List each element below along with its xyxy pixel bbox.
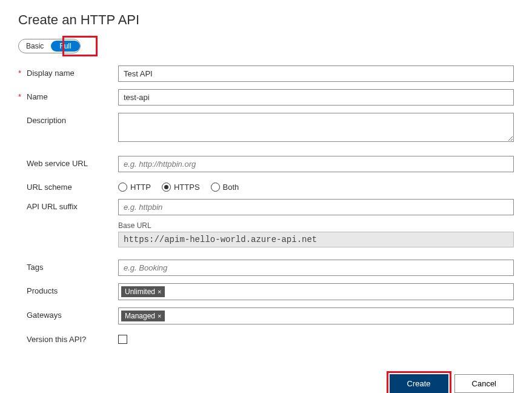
products-input[interactable]: Unlimited × — [118, 283, 514, 300]
radio-http-label: HTTP — [130, 183, 151, 192]
products-label: Products — [27, 286, 58, 295]
toggle-full[interactable]: Full — [51, 41, 79, 52]
version-api-checkbox[interactable] — [118, 335, 127, 344]
page-title: Create an HTTP API — [18, 12, 514, 28]
close-icon[interactable]: × — [158, 313, 161, 320]
web-service-url-label: Web service URL — [27, 159, 88, 168]
required-icon: * — [18, 92, 23, 101]
radio-icon — [118, 183, 127, 192]
tags-input[interactable] — [118, 260, 514, 276]
radio-icon — [211, 183, 220, 192]
cancel-button[interactable]: Cancel — [454, 374, 514, 393]
chip-label: Unlimited — [125, 287, 155, 296]
name-label: Name — [27, 92, 48, 101]
required-icon: * — [18, 69, 23, 78]
product-chip: Unlimited × — [121, 286, 165, 297]
base-url-label: Base URL — [118, 221, 514, 230]
api-url-suffix-input[interactable] — [118, 199, 514, 215]
radio-https[interactable]: HTTPS — [162, 183, 200, 192]
web-service-url-input[interactable] — [118, 156, 514, 172]
display-name-label: Display name — [27, 69, 75, 78]
create-button[interactable]: Create — [390, 374, 448, 393]
gateways-label: Gateways — [27, 311, 62, 320]
name-input[interactable] — [118, 89, 514, 106]
gateways-input[interactable]: Managed × — [118, 307, 514, 324]
url-scheme-group: HTTP HTTPS Both — [118, 180, 514, 192]
api-url-suffix-label: API URL suffix — [27, 202, 78, 211]
radio-http[interactable]: HTTP — [118, 183, 151, 192]
close-icon[interactable]: × — [158, 289, 161, 295]
description-input[interactable] — [118, 113, 514, 142]
url-scheme-label: URL scheme — [27, 183, 72, 192]
radio-both-label: Both — [223, 183, 239, 192]
radio-icon — [162, 183, 171, 192]
gateway-chip: Managed × — [121, 311, 165, 321]
radio-https-label: HTTPS — [174, 183, 200, 192]
version-api-label: Version this API? — [27, 335, 86, 344]
display-name-input[interactable] — [118, 66, 514, 82]
radio-both[interactable]: Both — [211, 183, 239, 192]
view-toggle: Basic Full — [18, 39, 81, 53]
chip-label: Managed — [125, 312, 155, 320]
base-url-value: https://apim-hello-world.azure-api.net — [118, 232, 514, 247]
toggle-basic[interactable]: Basic — [19, 41, 51, 52]
tags-label: Tags — [27, 263, 43, 272]
description-label: Description — [27, 116, 66, 125]
